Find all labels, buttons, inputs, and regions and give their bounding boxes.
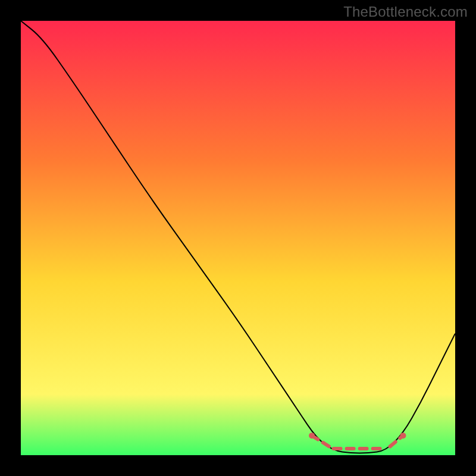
gradient-background xyxy=(21,21,455,455)
watermark-text: TheBottleneck.com xyxy=(343,4,468,20)
plot-area xyxy=(21,21,455,455)
valley-endpoint xyxy=(309,433,315,439)
chart-svg xyxy=(21,21,455,455)
valley-endpoint xyxy=(400,433,406,439)
chart-container: TheBottleneck.com xyxy=(0,0,476,476)
